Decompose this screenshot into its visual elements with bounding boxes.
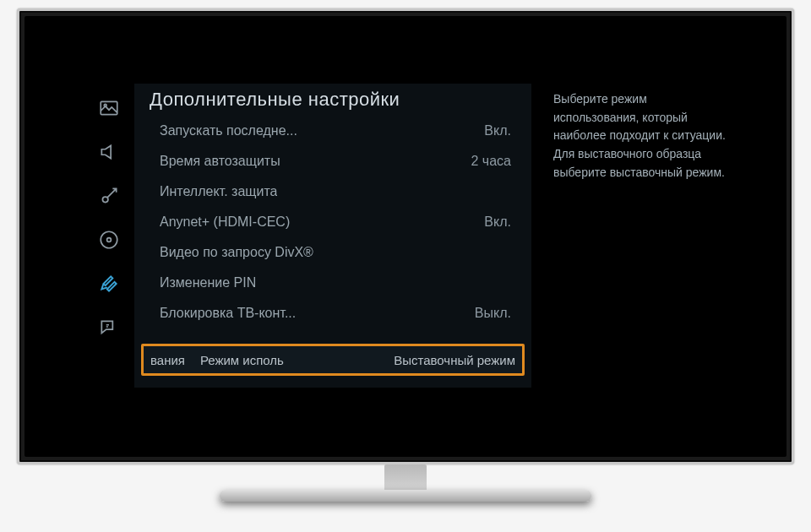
menu-row-anynet[interactable]: Anynet+ (HDMI-CEC) Вкл.	[134, 207, 531, 237]
system-icon[interactable]	[97, 272, 121, 296]
menu-value: Выкл.	[458, 306, 511, 321]
settings-description: Выберите режим использования, который на…	[531, 84, 734, 388]
network-icon[interactable]	[97, 228, 121, 252]
menu-value: Вкл.	[467, 214, 511, 230]
sound-icon[interactable]	[97, 140, 121, 164]
menu-row-smart-security[interactable]: Интеллект. защита	[134, 176, 531, 207]
picture-icon[interactable]	[97, 96, 121, 120]
menu-value: Вкл.	[467, 123, 511, 138]
menu-row-tv-lock[interactable]: Блокировка ТВ-конт... Выкл.	[134, 298, 531, 328]
menu-row-divx[interactable]: Видео по запросу DivX®	[134, 237, 531, 268]
menu-label: Время автозащиты	[160, 154, 280, 169]
highlight-mid: Режим исполь	[200, 353, 284, 367]
menu-row-autoprotect[interactable]: Время автозащиты 2 часа	[134, 146, 531, 176]
svg-point-3	[107, 238, 112, 242]
tv-screen: Дополнительные настройки Запускать после…	[24, 16, 787, 457]
menu-label: Anynet+ (HDMI-CEC)	[160, 214, 290, 230]
menu-label: Блокировка ТВ-конт...	[160, 306, 296, 321]
tv-stand-base	[220, 490, 591, 502]
broadcast-icon[interactable]	[97, 184, 121, 208]
highlight-value: Выставочный режим	[394, 353, 515, 367]
highlight-left: вания	[150, 353, 185, 367]
settings-side-icons	[84, 84, 134, 388]
support-icon[interactable]	[97, 316, 121, 339]
settings-title: Дополнительные настройки	[134, 87, 531, 116]
menu-label: Изменение PIN	[160, 275, 256, 290]
settings-menu-panel: Дополнительные настройки Запускать после…	[134, 84, 531, 388]
menu-value: 2 часа	[454, 154, 511, 169]
menu-row-autostart[interactable]: Запускать последне... Вкл.	[134, 116, 531, 146]
menu-row-change-pin[interactable]: Изменение PIN	[134, 268, 531, 298]
tv-frame: Дополнительные настройки Запускать после…	[17, 8, 794, 464]
menu-label: Интеллект. защита	[160, 184, 277, 199]
menu-row-usage-mode[interactable]: вания Режим исполь Выставочный режим	[141, 344, 525, 376]
settings-overlay: Дополнительные настройки Запускать после…	[84, 84, 734, 388]
menu-label: Запускать последне...	[160, 123, 297, 138]
menu-label: Видео по запросу DivX®	[160, 245, 313, 260]
